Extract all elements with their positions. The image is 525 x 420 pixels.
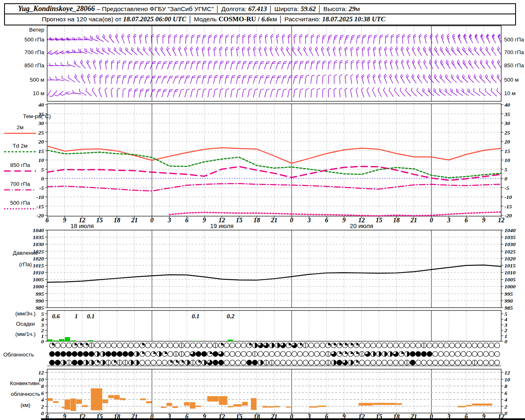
cloud-row-2 <box>50 360 500 365</box>
cloud-symbol <box>252 352 258 357</box>
cloud-symbol <box>235 352 241 357</box>
barb-feather <box>130 75 132 77</box>
barb-shaft <box>163 36 163 44</box>
barb-feather <box>159 75 162 78</box>
cloud-fill-quarter <box>80 343 83 345</box>
temp-ytick-right: 15 <box>504 148 510 154</box>
barb-shaft <box>423 77 428 83</box>
wind-barb <box>106 75 109 84</box>
cloud-symbol <box>162 352 167 357</box>
barb-shaft <box>167 49 171 56</box>
cloud-fill-half <box>390 352 393 357</box>
barb-shaft <box>231 76 232 84</box>
barb-shaft <box>299 76 301 84</box>
barb-feather <box>402 36 405 38</box>
cloud-symbol <box>376 360 381 365</box>
barb-shaft <box>486 77 491 83</box>
barb-feather <box>397 36 399 38</box>
cloud-fill-quarter <box>334 343 336 345</box>
cloud-symbol <box>297 343 303 348</box>
wind-barb <box>339 34 344 44</box>
convective-bar <box>91 388 102 411</box>
barb-shaft <box>120 50 126 55</box>
cloud-symbol <box>354 360 359 365</box>
convective-bar <box>172 406 178 408</box>
cloud-symbol <box>331 343 336 348</box>
precip-3h-sum-label: 0.1 <box>192 313 200 320</box>
cloud-symbol <box>241 360 247 365</box>
barb-shaft <box>265 90 267 97</box>
wind-barb <box>226 34 229 44</box>
cloud-circle <box>421 352 427 357</box>
cloud-symbol <box>354 343 359 348</box>
cloud-symbol <box>309 343 314 348</box>
cloud-circle <box>416 360 421 365</box>
cloud-symbol <box>326 343 331 348</box>
wind-barb <box>423 59 430 69</box>
wind-barb <box>173 75 179 84</box>
cloud-circle <box>416 352 421 357</box>
cloud-fill-quarter <box>345 343 347 345</box>
barb-shaft <box>81 77 85 83</box>
wind-barb <box>236 47 240 56</box>
wind-barb <box>293 60 298 70</box>
barb-feather <box>317 75 320 76</box>
barb-feather <box>282 34 285 36</box>
barb-shaft <box>340 90 340 98</box>
wind-barb <box>457 34 464 43</box>
cloud-symbol <box>123 352 128 357</box>
wind-barb <box>270 88 275 98</box>
cloud-fill-quarter <box>356 352 359 354</box>
wind-barb <box>150 61 156 70</box>
cloud-circle <box>337 360 342 365</box>
cloud-symbol <box>331 352 336 357</box>
cloud-circle <box>235 343 241 348</box>
barb-shaft <box>445 91 452 96</box>
convective-bar <box>114 395 120 399</box>
convective-bar <box>458 406 466 407</box>
pressure-ytick-left: 1040 <box>33 227 44 233</box>
cloudiness-panel-title: Облачность <box>3 352 34 358</box>
barb-shaft <box>282 76 284 84</box>
barb-shaft <box>282 90 283 98</box>
wind-barb <box>119 47 128 55</box>
barb-shaft <box>462 91 468 96</box>
wind-barb <box>490 74 498 83</box>
barb-feather <box>366 88 369 90</box>
conv-ytick-right: 10 <box>504 377 510 383</box>
cloud-circle <box>157 343 162 348</box>
wind-barb <box>434 47 441 56</box>
cloud-circle <box>145 352 151 357</box>
barb-feather <box>294 36 297 38</box>
barb-shaft <box>214 36 215 44</box>
barb-feather <box>181 89 184 91</box>
barb-feather <box>208 47 210 48</box>
barb-shaft <box>184 49 187 56</box>
barb-feather <box>317 36 320 38</box>
barb-shaft <box>486 37 490 43</box>
barb-shaft <box>139 76 141 84</box>
wind-barb <box>394 74 401 83</box>
cloud-circle <box>320 352 325 357</box>
cloud-circle <box>123 352 128 357</box>
convective-bar <box>184 402 190 406</box>
wind-barb <box>87 74 93 84</box>
wind-barb <box>100 75 103 84</box>
barb-feather <box>393 88 396 91</box>
wind-barb <box>468 47 476 55</box>
barb-feather <box>232 75 235 77</box>
cloud-circle <box>399 343 404 348</box>
cloud-symbol <box>376 343 381 348</box>
barb-feather <box>299 34 302 36</box>
hour-tick-temp-axis: 6 <box>325 217 328 224</box>
cloud-symbol <box>168 343 173 348</box>
conv-ytick-right: 0 <box>504 410 507 416</box>
cloud-symbol <box>72 352 78 357</box>
wind-barb <box>253 75 258 84</box>
cloud-symbol <box>466 343 472 348</box>
barb-feather <box>209 60 212 62</box>
wind-barb <box>179 89 184 98</box>
barb-feather <box>221 75 224 77</box>
wind-barb <box>219 60 224 70</box>
cloud-symbol <box>252 360 258 365</box>
